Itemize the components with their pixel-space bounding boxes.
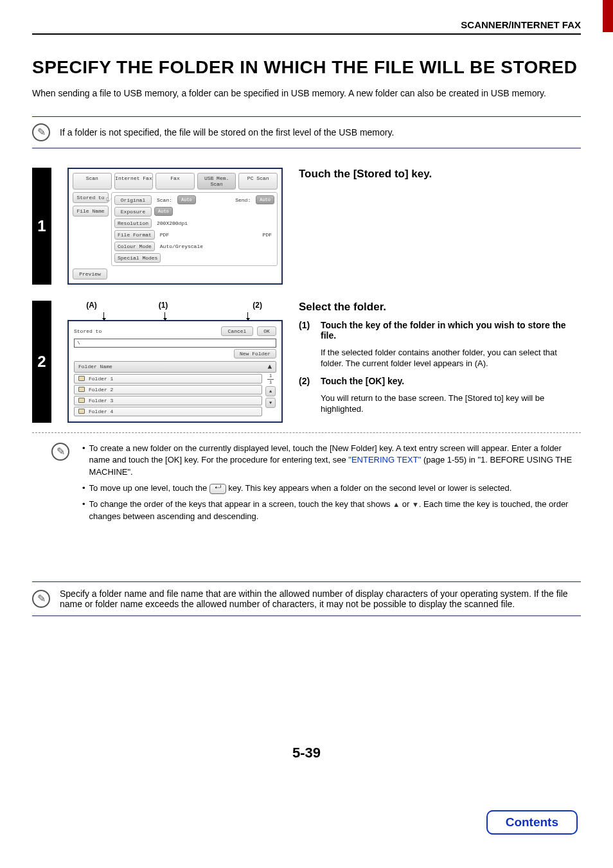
step-2-title: Select the folder. (299, 301, 581, 314)
tab-fax[interactable]: Fax (155, 173, 195, 190)
note-1-text: If a folder is not specified, the file w… (60, 127, 394, 137)
triangle-down-icon: ▼ (412, 500, 419, 508)
tip-3-b: or (400, 499, 412, 509)
scroll-up-button[interactable]: ▲ (265, 386, 276, 396)
sub-1-desc: If the selected folder contains another … (321, 347, 581, 369)
intro-text: When sending a file to USB memory, a fol… (32, 87, 581, 100)
folder-icon (78, 387, 85, 392)
stored-to-label: Stored to (76, 195, 104, 200)
sub-2-num: (2) (299, 376, 315, 389)
folder-icon (78, 376, 85, 381)
note-box-2: ✎ Specify a folder name and file name th… (32, 581, 581, 616)
colour-mode-button[interactable]: Colour Mode (114, 242, 155, 251)
tab-pc-scan[interactable]: PC Scan (238, 173, 278, 190)
up-level-key-icon: ⮠ (209, 484, 226, 494)
pencil-icon: ✎ (32, 123, 50, 141)
page-title: SPECIFY THE FOLDER IN WHICH THE FILE WIL… (32, 57, 581, 78)
sort-asc-icon: ▲ (267, 363, 272, 371)
tip-2-b: key. This key appears when a folder on t… (226, 483, 512, 493)
tip-2-a: To move up one level, touch the (89, 483, 209, 493)
folder-4-label: Folder 4 (89, 409, 113, 414)
folder-item-1[interactable]: Folder 1 (74, 374, 262, 384)
colour-mode-value: Auto/Greyscale (157, 242, 206, 251)
dashed-separator (32, 432, 581, 433)
hand-pointer-icon: ☞ (107, 194, 112, 205)
ok-button[interactable]: OK (257, 326, 276, 336)
folder-2-label: Folder 2 (89, 387, 113, 393)
page-indicator: 1 1 (267, 374, 274, 385)
entering-text-link[interactable]: "ENTERING TEXT" (348, 455, 421, 465)
sub-1-title: Touch the key of the folder in which you… (321, 320, 581, 341)
folder-item-2[interactable]: Folder 2 (74, 385, 262, 394)
callout-1: (1) (116, 301, 211, 310)
file-format-value-2: PDF (260, 231, 274, 239)
sub-2-desc: You will return to the base screen. The … (321, 393, 581, 415)
page-current: 1 (269, 374, 272, 378)
section-header: SCANNER/INTERNET FAX (32, 19, 581, 35)
folder-item-3[interactable]: Folder 3 (74, 396, 262, 405)
resolution-value: 200X200dpi (154, 219, 190, 227)
tab-usb-mem-scan[interactable]: USB Mem. Scan (197, 173, 236, 190)
callout-a: (A) (67, 301, 116, 310)
step1-mock-ui: Scan Internet Fax Fax USB Mem. Scan PC S… (67, 168, 283, 285)
folder-icon (78, 409, 85, 414)
tips-list: • To create a new folder on the currentl… (82, 443, 581, 527)
page-total: 1 (269, 380, 272, 385)
scan-label: Scan: (154, 196, 175, 204)
stored-to-button[interactable]: Stored to ☞ (73, 192, 109, 203)
path-display: \ (74, 339, 276, 348)
exposure-value: Auto (154, 207, 173, 216)
special-modes-button[interactable]: Special Modes (114, 253, 161, 263)
step-1-number: 1 (32, 168, 51, 285)
callout-2: (2) (211, 301, 283, 310)
step-1: 1 Scan Internet Fax Fax USB Mem. Scan PC… (32, 168, 581, 285)
folder-icon (78, 398, 85, 403)
file-format-button[interactable]: File Format (114, 230, 155, 240)
file-name-button[interactable]: File Name (73, 206, 109, 217)
pencil-icon: ✎ (51, 443, 69, 461)
triangle-up-icon: ▲ (393, 500, 400, 508)
preview-button[interactable]: Preview (73, 269, 107, 279)
tab-internet-fax[interactable]: Internet Fax (114, 173, 154, 190)
original-button[interactable]: Original (114, 195, 152, 205)
header-accent (603, 0, 613, 32)
scroll-down-button[interactable]: ▼ (265, 398, 276, 408)
exposure-button[interactable]: Exposure (114, 207, 152, 217)
sub-1-num: (1) (299, 320, 315, 343)
folder-item-4[interactable]: Folder 4 (74, 407, 262, 416)
scan-value: Auto (177, 195, 196, 204)
folder-list-header[interactable]: Folder Name ▲ (74, 361, 276, 373)
resolution-button[interactable]: Resolution (114, 218, 152, 228)
sub-2-title: Touch the [OK] key. (321, 376, 581, 386)
pencil-icon: ✎ (32, 590, 50, 608)
note-box-1: ✎ If a folder is not specified, the file… (32, 116, 581, 148)
folder-3-label: Folder 3 (89, 398, 113, 403)
page-number: 5-39 (32, 745, 581, 761)
tip-3-a: To change the order of the keys that app… (89, 499, 393, 509)
cancel-button[interactable]: Cancel (221, 326, 253, 336)
contents-button[interactable]: Contents (486, 810, 578, 835)
step-1-title: Touch the [Stored to] key. (299, 168, 581, 181)
send-label: Send: (233, 196, 253, 204)
tab-scan[interactable]: Scan (73, 173, 112, 190)
file-format-value-1: PDF (157, 231, 172, 239)
folder-name-header-label: Folder Name (78, 364, 112, 369)
new-folder-button[interactable]: New Folder (234, 349, 276, 359)
step-2-number: 2 (32, 301, 51, 423)
dialog-title: Stored to (74, 328, 102, 334)
step2-mock-ui: Stored to Cancel OK \ New Folder Folder … (67, 320, 283, 423)
note-2-text: Specify a folder name and file name that… (60, 589, 581, 609)
folder-1-label: Folder 1 (89, 376, 113, 382)
step-2: 2 (A) (1) (2) Stored to Cancel OK (32, 301, 581, 527)
send-value: Auto (256, 195, 274, 204)
